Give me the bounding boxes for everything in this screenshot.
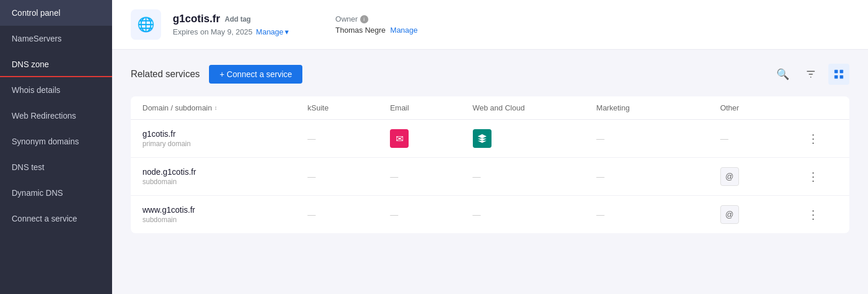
domain-icon: 🌐 — [131, 9, 161, 40]
dash: — — [390, 210, 398, 219]
dash: — — [308, 134, 316, 143]
email-service-icon[interactable]: ✉ — [390, 129, 409, 148]
svg-rect-6 — [840, 75, 843, 79]
svg-rect-5 — [835, 75, 838, 79]
sidebar-item-dns-test[interactable]: DNS test — [0, 154, 112, 180]
owner-section: Owner i Thomas Negre Manage — [336, 15, 418, 34]
ksuite-cell: — — [308, 134, 390, 143]
svg-rect-3 — [835, 70, 838, 74]
at-service-icon[interactable]: @ — [720, 205, 739, 224]
sidebar-item-control-panel[interactable]: Control panel — [0, 0, 112, 26]
dash: — — [308, 172, 316, 181]
table-header: Domain / subdomain ↕ kSuite Email Web an… — [131, 96, 849, 120]
sidebar-item-whois-details[interactable]: Whois details — [0, 77, 112, 103]
dash: — — [473, 172, 481, 181]
info-icon: i — [360, 15, 368, 23]
actions-cell: ⋮ — [803, 167, 838, 186]
other-cell: @ — [720, 205, 803, 224]
manage-owner-link[interactable]: Manage — [391, 26, 418, 34]
sidebar: Control panel NameServers DNS zone Whois… — [0, 0, 112, 294]
col-actions — [803, 103, 838, 112]
page-content: Related services + Connect a service 🔍 D… — [112, 50, 868, 294]
ksuite-cell: — — [308, 210, 390, 219]
domain-name-text: g1cotis.fr — [173, 13, 220, 25]
sidebar-item-name-servers[interactable]: NameServers — [0, 26, 112, 51]
web-cloud-cell — [473, 129, 597, 148]
marketing-cell: — — [597, 210, 720, 219]
sidebar-item-web-redirections[interactable]: Web Redirections — [0, 103, 112, 129]
svg-rect-4 — [840, 70, 843, 74]
domain-type: subdomain — [142, 216, 308, 224]
table-row: g1cotis.fr primary domain — ✉ — — [131, 120, 849, 158]
email-cell: — — [390, 210, 472, 219]
domain-info: g1cotis.fr Add tag Expires on May 9, 202… — [173, 13, 289, 36]
web-cloud-cell: — — [473, 210, 597, 219]
dash: — — [597, 210, 605, 219]
domain-type: primary domain — [142, 140, 308, 148]
col-other: Other — [720, 103, 803, 112]
domain-cell: www.g1cotis.fr subdomain — [142, 205, 308, 224]
related-services-title: Related services — [131, 69, 200, 79]
add-tag-link[interactable]: Add tag — [225, 15, 251, 23]
sidebar-item-synonym-domains[interactable]: Synonym domains — [0, 129, 112, 154]
actions-cell: ⋮ — [803, 205, 838, 224]
grid-view-icon[interactable] — [828, 64, 849, 85]
more-options-button[interactable]: ⋮ — [803, 129, 824, 148]
chevron-down-icon: ▾ — [285, 27, 289, 36]
domain-name: www.g1cotis.fr — [142, 205, 308, 215]
marketing-cell: — — [597, 172, 720, 181]
search-icon[interactable]: 🔍 — [772, 64, 793, 85]
sort-icon[interactable]: ↕ — [214, 105, 217, 111]
dash: — — [720, 134, 728, 143]
more-options-button[interactable]: ⋮ — [803, 167, 824, 186]
dash: — — [597, 134, 605, 143]
sidebar-item-dns-zone[interactable]: DNS zone — [0, 51, 112, 77]
domain-name: g1cotis.fr — [142, 129, 308, 139]
sidebar-item-dynamic-dns[interactable]: Dynamic DNS — [0, 180, 112, 206]
main-content: 🌐 g1cotis.fr Add tag Expires on May 9, 2… — [112, 0, 868, 294]
marketing-cell: — — [597, 134, 720, 143]
services-table: Domain / subdomain ↕ kSuite Email Web an… — [131, 96, 849, 233]
domain-header: 🌐 g1cotis.fr Add tag Expires on May 9, 2… — [112, 0, 868, 50]
table-row: node.g1cotis.fr subdomain — — — — @ — [131, 158, 849, 196]
other-cell: @ — [720, 167, 803, 186]
ksuite-cell: — — [308, 172, 390, 181]
col-email: Email — [390, 103, 472, 112]
domain-name: node.g1cotis.fr — [142, 167, 308, 177]
manage-expiry-link[interactable]: Manage ▾ — [256, 27, 289, 36]
sidebar-item-connect-service[interactable]: Connect a service — [0, 206, 112, 231]
table-row: www.g1cotis.fr subdomain — — — — @ — [131, 196, 849, 233]
dash: — — [597, 172, 605, 181]
connect-service-button[interactable]: + Connect a service — [209, 65, 302, 84]
col-marketing: Marketing — [597, 103, 720, 112]
expires-text: Expires on May 9, 2025 — [173, 27, 253, 36]
web-service-icon[interactable] — [473, 129, 491, 148]
domain-type: subdomain — [142, 178, 308, 186]
email-cell: — — [390, 172, 472, 181]
web-cloud-cell: — — [473, 172, 597, 181]
filter-icon[interactable] — [800, 64, 821, 85]
domain-cell: g1cotis.fr primary domain — [142, 129, 308, 148]
services-toolbar: Related services + Connect a service 🔍 — [131, 64, 849, 85]
col-ksuite: kSuite — [308, 103, 390, 112]
domain-cell: node.g1cotis.fr subdomain — [142, 167, 308, 186]
col-web-cloud: Web and Cloud — [473, 103, 597, 112]
dash: — — [473, 210, 481, 219]
dash: — — [390, 172, 398, 181]
at-service-icon[interactable]: @ — [720, 167, 739, 186]
owner-label-text: Owner — [336, 15, 358, 23]
col-domain: Domain / subdomain ↕ — [142, 103, 308, 112]
actions-cell: ⋮ — [803, 129, 838, 148]
owner-name-text: Thomas Negre — [336, 26, 386, 34]
dash: — — [308, 210, 316, 219]
more-options-button[interactable]: ⋮ — [803, 205, 824, 224]
other-cell: — — [720, 134, 803, 143]
email-cell: ✉ — [390, 129, 472, 148]
